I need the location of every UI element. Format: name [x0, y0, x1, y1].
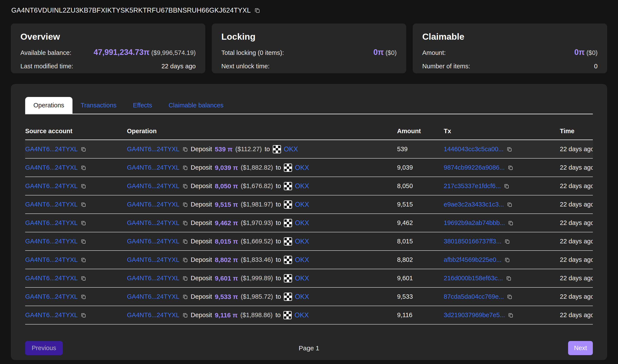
operation-account-link[interactable]: GA4NT6...24TYXL: [127, 182, 179, 190]
copy-tx-button[interactable]: [508, 165, 513, 170]
source-account-link[interactable]: GA4NT6...24TYXL: [25, 238, 78, 245]
table-row: GA4NT6...24TYXL GA4NT6...24TYXL Deposit …: [25, 269, 593, 288]
source-account-link[interactable]: GA4NT6...24TYXL: [25, 312, 78, 319]
copy-operation-account-button[interactable]: [182, 239, 188, 244]
operation-account-link[interactable]: GA4NT6...24TYXL: [127, 293, 179, 300]
exchange-link[interactable]: OKX: [294, 311, 309, 319]
operation-usd-amount: ($1,833.46): [241, 256, 273, 263]
copy-operation-account-button[interactable]: [182, 294, 188, 299]
copy-icon: [80, 202, 86, 207]
operation-to-text: to: [276, 219, 281, 226]
tab-operations[interactable]: Operations: [25, 97, 72, 114]
exchange-link[interactable]: OKX: [295, 274, 309, 282]
tx-hash-link[interactable]: 217c35337e1fdcf6...: [444, 182, 501, 190]
operation-account-link[interactable]: GA4NT6...24TYXL: [127, 164, 179, 171]
source-account-link[interactable]: GA4NT6...24TYXL: [25, 182, 78, 190]
exchange-link[interactable]: OKX: [295, 164, 309, 172]
amount-cell: 9,601: [397, 275, 444, 282]
tx-hash-link[interactable]: 3d219037969be7e5...: [444, 312, 505, 319]
source-account-link[interactable]: GA4NT6...24TYXL: [25, 219, 78, 226]
operation-account-link[interactable]: GA4NT6...24TYXL: [127, 219, 179, 226]
operation-account-link[interactable]: GA4NT6...24TYXL: [127, 256, 179, 263]
operation-account-link[interactable]: GA4NT6...24TYXL: [127, 238, 179, 245]
copy-source-button[interactable]: [80, 183, 86, 189]
tx-hash-link[interactable]: 1446043cc3c5ca00...: [444, 145, 504, 153]
copy-source-button[interactable]: [80, 275, 86, 281]
copy-tx-button[interactable]: [508, 220, 513, 226]
tab-claimable-balances[interactable]: Claimable balances: [160, 97, 232, 114]
copy-operation-account-button[interactable]: [182, 146, 188, 152]
copy-tx-button[interactable]: [504, 239, 510, 244]
operation-verb: Deposit: [191, 164, 212, 171]
operation-account-link[interactable]: GA4NT6...24TYXL: [127, 275, 179, 282]
operations-table: Source account Operation Amount Tx Time …: [25, 123, 593, 325]
tx-hash-link[interactable]: 87cda5da04cc769e...: [444, 293, 504, 300]
operation-usd-amount: ($1,882.82): [241, 164, 273, 171]
copy-icon: [182, 275, 188, 281]
copy-source-button[interactable]: [80, 294, 86, 299]
operation-to-text: to: [276, 275, 281, 282]
copy-address-button[interactable]: [254, 7, 260, 13]
exchange-link[interactable]: OKX: [295, 219, 309, 227]
exchange-link[interactable]: OKX: [295, 293, 309, 301]
tab-effects[interactable]: Effects: [125, 97, 160, 114]
source-account-link[interactable]: GA4NT6...24TYXL: [25, 145, 78, 153]
copy-operation-account-button[interactable]: [182, 220, 188, 226]
time-cell: 22 days ago: [560, 182, 593, 190]
copy-operation-account-button[interactable]: [182, 275, 188, 281]
copy-icon: [182, 294, 188, 299]
tx-hash-link[interactable]: 3801850166737ff3...: [444, 238, 501, 245]
source-account-link[interactable]: GA4NT6...24TYXL: [25, 256, 78, 263]
copy-operation-account-button[interactable]: [182, 312, 188, 318]
copy-source-button[interactable]: [80, 257, 86, 263]
copy-tx-button[interactable]: [504, 257, 510, 263]
tx-hash-link[interactable]: afbb2f4569b225e0...: [444, 256, 501, 263]
previous-page-button[interactable]: Previous: [25, 341, 63, 355]
copy-icon: [504, 239, 510, 244]
copy-tx-button[interactable]: [506, 275, 512, 281]
exchange-link[interactable]: OKX: [295, 237, 309, 245]
operation-pi-amount: 8,802 π: [215, 256, 238, 264]
exchange-link[interactable]: OKX: [284, 145, 298, 153]
tx-hash-link[interactable]: e9ae3c2a3433c1c3...: [444, 201, 504, 208]
copy-tx-button[interactable]: [506, 146, 512, 152]
exchange-link[interactable]: OKX: [295, 256, 309, 264]
copy-tx-button[interactable]: [507, 294, 512, 299]
copy-source-button[interactable]: [80, 146, 86, 152]
tab-transactions[interactable]: Transactions: [72, 97, 125, 114]
source-account-link[interactable]: GA4NT6...24TYXL: [25, 201, 78, 208]
copy-source-button[interactable]: [80, 165, 86, 170]
copy-operation-account-button[interactable]: [182, 183, 188, 189]
source-account-link[interactable]: GA4NT6...24TYXL: [25, 293, 78, 300]
claimable-title: Claimable: [422, 32, 598, 42]
copy-source-button[interactable]: [80, 202, 86, 207]
copy-tx-button[interactable]: [508, 312, 513, 318]
tx-cell: 216d000b158ef63c...: [444, 275, 560, 282]
copy-operation-account-button[interactable]: [182, 202, 188, 207]
operation-account-link[interactable]: GA4NT6...24TYXL: [127, 201, 179, 208]
source-account-link[interactable]: GA4NT6...24TYXL: [25, 164, 78, 171]
okx-logo-icon: [284, 182, 292, 190]
time-cell: 22 days ago: [560, 164, 593, 171]
tx-hash-link[interactable]: 19692b9a2ab74bbb...: [444, 219, 505, 226]
copy-tx-button[interactable]: [504, 183, 509, 189]
operation-account-link[interactable]: GA4NT6...24TYXL: [127, 145, 179, 153]
exchange-link[interactable]: OKX: [295, 201, 309, 208]
claimable-items-row: Number of items: 0: [422, 63, 598, 70]
copy-source-button[interactable]: [80, 312, 86, 318]
operation-account-link[interactable]: GA4NT6...24TYXL: [127, 312, 179, 319]
copy-icon: [504, 183, 509, 189]
copy-tx-button[interactable]: [507, 202, 512, 207]
operation-to-text: to: [264, 145, 270, 153]
source-account-link[interactable]: GA4NT6...24TYXL: [25, 275, 78, 282]
copy-source-button[interactable]: [80, 220, 86, 226]
exchange-link[interactable]: OKX: [295, 182, 309, 190]
copy-operation-account-button[interactable]: [182, 165, 188, 170]
tx-hash-link[interactable]: 9874cb99226a9086...: [444, 164, 505, 171]
copy-operation-account-button[interactable]: [182, 257, 188, 263]
claimable-amount-label: Amount:: [422, 49, 446, 56]
copy-source-button[interactable]: [80, 239, 86, 244]
next-page-button[interactable]: Next: [568, 341, 593, 355]
tx-hash-link[interactable]: 216d000b158ef63c...: [444, 275, 503, 282]
copy-icon: [508, 220, 513, 226]
